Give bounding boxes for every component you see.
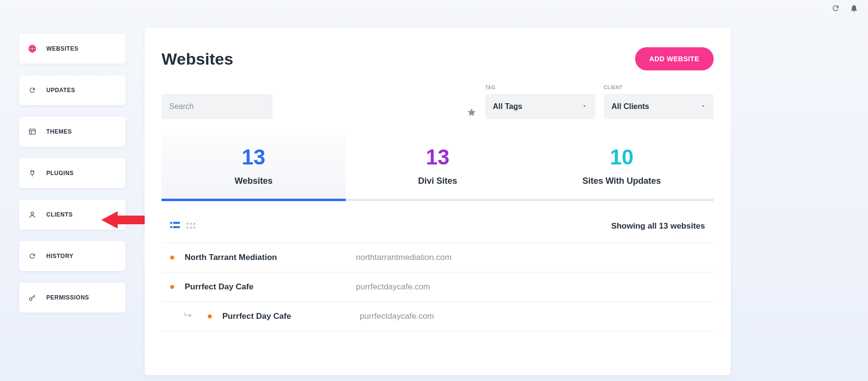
sidebar-item-label: UPDATES xyxy=(46,87,75,94)
svg-rect-15 xyxy=(193,227,195,229)
sidebar-item-themes[interactable]: THEMES xyxy=(19,117,125,147)
refresh-icon[interactable] xyxy=(831,4,840,14)
child-arrow-icon xyxy=(184,312,204,321)
svg-marker-5 xyxy=(101,211,145,229)
plug-icon xyxy=(28,169,37,177)
stat-label: Divi Sites xyxy=(346,176,530,186)
layout-icon xyxy=(28,127,37,136)
tag-filter-select[interactable]: All Tags xyxy=(485,94,595,119)
svg-rect-13 xyxy=(187,227,189,229)
search-input[interactable] xyxy=(162,94,272,119)
globe-icon xyxy=(28,44,37,53)
sidebar-item-history[interactable]: HISTORY xyxy=(19,241,125,271)
stat-label: Sites With Updates xyxy=(529,176,714,186)
sidebar-item-websites[interactable]: WEBSITES xyxy=(19,34,125,64)
svg-rect-14 xyxy=(190,227,192,229)
tag-filter-value: All Tags xyxy=(493,102,522,111)
stat-sites-updates[interactable]: 10 Sites With Updates xyxy=(529,135,714,199)
status-dot-icon xyxy=(208,314,212,318)
sidebar-item-updates[interactable]: UPDATES xyxy=(19,75,125,105)
list-view-icon[interactable] xyxy=(170,222,180,231)
site-domain: purrfectdaycafe.com xyxy=(356,282,430,292)
svg-rect-10 xyxy=(187,223,189,225)
site-domain: purrfectdaycafe.com xyxy=(360,312,434,321)
sidebar-item-label: PLUGINS xyxy=(46,170,74,177)
svg-rect-12 xyxy=(193,223,195,225)
stat-value: 13 xyxy=(346,145,530,169)
sidebar-item-plugins[interactable]: PLUGINS xyxy=(19,158,125,188)
history-icon xyxy=(28,252,37,260)
svg-rect-7 xyxy=(173,222,180,224)
stat-websites[interactable]: 13 Websites xyxy=(162,135,346,199)
stats-tabs: 13 Websites 13 Divi Sites 10 Sites With … xyxy=(162,135,714,201)
grid-view-icon[interactable] xyxy=(187,222,195,231)
site-name: Purrfect Day Cafe xyxy=(185,282,356,292)
client-filter-select[interactable]: All Clients xyxy=(604,94,714,119)
svg-rect-6 xyxy=(170,222,172,224)
svg-rect-0 xyxy=(29,129,35,135)
sidebar-item-permissions[interactable]: PERMISSIONS xyxy=(19,283,125,313)
key-icon xyxy=(28,293,37,302)
add-website-button[interactable]: ADD WEBSITE xyxy=(635,47,714,70)
status-dot-icon xyxy=(170,285,174,289)
sidebar-item-label: WEBSITES xyxy=(46,45,79,52)
user-icon xyxy=(28,210,37,219)
site-domain: northtarrantmediation.com xyxy=(356,253,451,262)
status-dot-icon xyxy=(170,256,174,259)
sidebar-item-label: HISTORY xyxy=(46,253,73,259)
sidebar-item-label: PERMISSIONS xyxy=(46,294,89,301)
sidebar: WEBSITES UPDATES THEMES PLUGINS CLIENTS … xyxy=(19,34,125,313)
svg-rect-9 xyxy=(173,226,180,228)
active-tab-indicator xyxy=(162,199,346,201)
site-name: North Tarrant Mediation xyxy=(185,253,356,262)
table-row[interactable]: North Tarrant Mediation northtarrantmedi… xyxy=(162,243,714,272)
stat-value: 13 xyxy=(162,145,346,169)
sidebar-item-label: CLIENTS xyxy=(46,211,73,218)
svg-point-4 xyxy=(29,298,32,300)
svg-point-3 xyxy=(31,212,33,215)
stat-value: 10 xyxy=(529,145,714,169)
table-row[interactable]: Purrfect Day Cafe purrfectdaycafe.com xyxy=(162,302,714,331)
page-title: Websites xyxy=(162,50,233,68)
chevron-down-icon xyxy=(582,102,587,111)
star-icon[interactable] xyxy=(467,108,476,119)
refresh-icon xyxy=(28,86,37,95)
table-row[interactable]: Purrfect Day Cafe purrfectdaycafe.com xyxy=(162,272,714,302)
svg-rect-11 xyxy=(190,223,192,225)
chevron-down-icon xyxy=(700,102,706,111)
bell-icon[interactable] xyxy=(850,4,858,14)
main-panel: Websites ADD WEBSITE TAG All Tags CLIENT… xyxy=(145,28,731,375)
site-name: Purrfect Day Cafe xyxy=(222,312,360,321)
sidebar-item-label: THEMES xyxy=(46,128,72,135)
annotation-arrow xyxy=(101,208,145,231)
stat-divi-sites[interactable]: 13 Divi Sites xyxy=(346,135,530,199)
showing-count: Showing all 13 websites xyxy=(611,221,705,231)
svg-rect-8 xyxy=(170,226,172,228)
client-filter-value: All Clients xyxy=(611,102,649,111)
client-filter-label: CLIENT xyxy=(604,85,714,90)
tag-filter-label: TAG xyxy=(485,85,595,90)
stat-label: Websites xyxy=(162,176,346,186)
